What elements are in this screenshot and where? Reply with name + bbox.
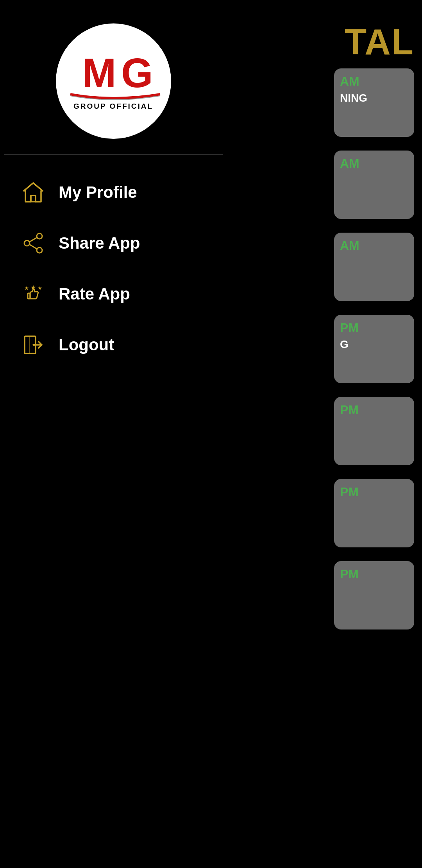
share-icon <box>20 230 47 257</box>
card-6: PM <box>334 479 414 547</box>
logout-icon <box>20 331 47 359</box>
svg-text:M: M <box>82 50 116 96</box>
home-icon <box>20 179 47 206</box>
card-7-time: PM <box>340 567 408 581</box>
menu-item-my-profile[interactable]: My Profile <box>12 167 215 218</box>
mg-logo-svg: M G GROUP OFFICIAL <box>63 36 164 126</box>
menu-label-rate-app: Rate App <box>59 285 130 303</box>
svg-line-9 <box>29 244 37 249</box>
card-2-time: AM <box>340 156 408 171</box>
menu-item-share-app[interactable]: Share App <box>12 218 215 269</box>
card-1-time: AM <box>340 74 408 89</box>
svg-text:G: G <box>121 50 153 96</box>
svg-point-7 <box>37 247 42 253</box>
card-1-label: NING <box>340 92 408 104</box>
menu-label-share-app: Share App <box>59 234 140 253</box>
menu-label-my-profile: My Profile <box>59 183 137 202</box>
menu-item-rate-app[interactable]: Rate App <box>12 269 215 319</box>
card-4: PM G <box>334 315 414 383</box>
svg-text:GROUP OFFICIAL: GROUP OFFICIAL <box>73 102 153 110</box>
menu-item-logout[interactable]: Logout <box>12 319 215 370</box>
svg-rect-10 <box>28 293 30 299</box>
navigation-drawer: M G GROUP OFFICIAL <box>0 0 227 868</box>
rate-icon <box>20 280 47 308</box>
card-7: PM <box>334 561 414 629</box>
page-title: TAL <box>345 22 414 63</box>
svg-rect-4 <box>31 195 36 202</box>
card-6-time: PM <box>340 485 408 499</box>
svg-point-6 <box>24 240 30 246</box>
card-4-label: G <box>340 338 408 351</box>
svg-point-5 <box>37 233 42 239</box>
card-2: AM <box>334 151 414 219</box>
logo-container: M G GROUP OFFICIAL <box>0 0 227 154</box>
card-5-time: PM <box>340 403 408 417</box>
menu-label-logout: Logout <box>59 335 114 354</box>
card-5: PM <box>334 397 414 465</box>
svg-line-8 <box>29 237 37 242</box>
svg-point-14 <box>33 344 35 346</box>
menu-list: My Profile Share App <box>0 155 227 382</box>
card-1: AM NING <box>334 68 414 137</box>
card-3: AM <box>334 233 414 301</box>
card-3-time: AM <box>340 239 408 253</box>
logo-circle: M G GROUP OFFICIAL <box>56 23 171 139</box>
card-4-time: PM <box>340 321 408 335</box>
